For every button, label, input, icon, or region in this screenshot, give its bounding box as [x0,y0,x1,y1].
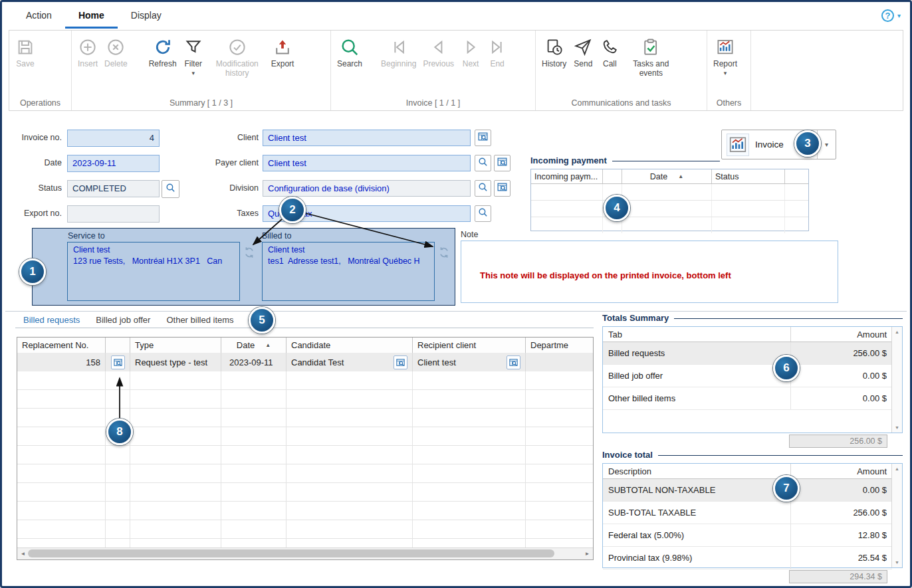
insert-button[interactable]: Insert [74,37,101,69]
modification-history-icon [227,37,247,57]
save-icon [15,37,35,57]
beginning-icon [389,37,409,57]
menu-home[interactable]: Home [65,2,118,29]
modification-history-button[interactable]: Modification history [207,37,268,78]
payer-client-search-button[interactable] [475,155,491,171]
recipient-browse-button[interactable] [507,355,520,369]
incoming-payment-empty-row[interactable] [531,201,808,217]
report-button[interactable]: Report ▾ [710,37,741,76]
save-button[interactable]: Save [12,37,39,69]
previous-button[interactable]: Previous [419,37,457,69]
invoice-row-subtotal-nontaxable[interactable]: SUBTOTAL NON-TAXABLE 0.00 $ [603,479,892,502]
column-blank[interactable] [603,169,622,183]
help-icon[interactable]: ? [881,9,894,22]
menu-action[interactable]: Action [13,2,65,29]
invoice-row-subtotal-taxable[interactable]: SUB-TOTAL TAXABLE 256.00 $ [603,502,892,524]
call-label: Call [603,60,617,69]
column-date[interactable]: Date▲ [622,169,712,183]
date-field[interactable]: 2023-09-11 [67,155,160,172]
payer-client-field[interactable]: Client test [263,155,471,171]
column-recipient-client[interactable]: Recipient client [413,338,526,353]
scroll-down-icon[interactable]: ▼ [892,425,902,430]
client-browse-button[interactable] [475,130,491,146]
candidate-browse-button[interactable] [394,355,407,369]
column-replacement-no[interactable]: Replacement No. [17,338,106,353]
column-separator [105,371,106,548]
tab-billed-job-offer[interactable]: Billed job offer [88,312,158,328]
search-button[interactable]: Search [334,37,366,69]
column-status[interactable]: Status [712,169,785,183]
grid-empty-area[interactable] [17,371,593,548]
filter-button[interactable]: Filter ▾ [180,37,207,76]
scroll-down-icon[interactable]: ▼ [892,560,902,565]
scroll-left-icon[interactable]: ◄ [17,548,29,559]
beginning-button[interactable]: Beginning [378,37,419,69]
summary-row-billed-requests[interactable]: Billed requests 256.00 $ [603,342,892,365]
ribbon-group-others: Report ▾ Others [707,31,751,110]
column-separator [412,371,413,548]
division-search-button[interactable] [475,180,491,197]
next-button[interactable]: Next [457,37,484,69]
invoice-no-field[interactable]: 4 [67,130,160,147]
horizontal-scrollbar[interactable]: ◄ ► [17,547,593,559]
column-amount[interactable]: Amount [790,464,892,478]
scroll-right-icon[interactable]: ► [582,548,593,559]
client-field[interactable]: Client test [263,130,471,146]
send-button[interactable]: Send [570,37,596,69]
division-browse-button[interactable] [494,180,511,197]
division-field[interactable]: Configuration de base (division) [263,180,471,197]
vertical-scrollbar[interactable]: ▲ ▼ [891,327,902,433]
column-type[interactable]: Type [130,338,221,353]
tab-billed-requests[interactable]: Billed requests [15,312,88,328]
browse-icon [497,156,508,170]
tab-other-billed-items[interactable]: Other billed items [158,312,241,328]
column-candidate[interactable]: Candidate [286,338,413,353]
billed-to-address[interactable]: Client test tes1 Adresse test1, Montréal… [262,242,435,301]
status-search-button[interactable] [162,180,179,198]
delete-button[interactable]: Delete [101,37,131,69]
column-icon[interactable] [106,338,130,353]
row-browse-button[interactable] [111,355,125,369]
column-blank-end[interactable] [785,169,808,183]
ribbon-group-invoice: Search Beginning Previous Next End [331,31,536,110]
taxes-search-button[interactable] [475,205,491,222]
column-description[interactable]: Description [603,466,790,476]
tasks-events-button[interactable]: Tasks and events [623,37,679,78]
column-date[interactable]: Date▲ [221,338,286,353]
invoice-total-box[interactable]: Description Amount SUBTOTAL NON-TAXABLE … [602,463,903,568]
summary-row-other-billed-items[interactable]: Other billed items 0.00 $ [603,387,892,410]
service-to-address[interactable]: Client test 123 rue Tests, Montréal H1X … [67,242,240,301]
export-button[interactable]: Export [268,37,298,69]
refresh-button[interactable]: Refresh [146,37,180,69]
column-amount[interactable]: Amount [790,327,892,342]
column-incoming-payment[interactable]: Incoming paym... [531,169,603,183]
invoice-chart-icon [727,134,749,156]
menu-display[interactable]: Display [118,2,175,29]
call-button[interactable]: Call [596,37,623,69]
incoming-payment-empty-row[interactable] [531,217,808,233]
grid-row-selected[interactable]: 158 Request type - test 2023-09-11 Candi… [17,353,593,372]
scroll-up-icon[interactable]: ▲ [892,466,902,471]
billed-requests-grid[interactable]: Replacement No. Type Date▲ Candidate Rec… [17,337,594,560]
end-button[interactable]: End [484,37,511,69]
scrollbar-thumb[interactable] [28,549,554,557]
column-department[interactable]: Departme [526,338,593,353]
status-field[interactable]: COMPLETED [67,180,160,197]
chevron-down-icon[interactable]: ▾ [897,12,901,19]
scroll-up-icon[interactable]: ▲ [892,330,902,334]
note-field[interactable]: This note will be displayed on the print… [461,241,838,303]
payer-client-browse-button[interactable] [494,155,511,171]
service-to-refresh-icon[interactable] [243,246,256,259]
column-tab[interactable]: Tab [603,330,790,340]
totals-summary-box[interactable]: Tab Amount Billed requests 256.00 $ Bill… [602,326,903,433]
invoice-row-federal-tax[interactable]: Federal tax (5.00%) 12.80 $ [603,524,892,547]
call-icon [600,37,620,57]
incoming-payment-empty-row[interactable] [531,184,808,201]
billed-to-refresh-icon[interactable] [437,246,451,259]
vertical-scrollbar[interactable]: ▲ ▼ [891,464,902,567]
export-no-field[interactable] [67,205,160,223]
incoming-payment-grid[interactable]: Incoming paym... Date▲ Status [530,169,809,231]
history-button[interactable]: History [538,37,570,69]
summary-row-billed-job-offer[interactable]: Billed job offer 0.00 $ [603,365,892,387]
invoice-row-provincial-tax[interactable]: Provincial tax (9.98%) 25.54 $ [603,547,892,569]
